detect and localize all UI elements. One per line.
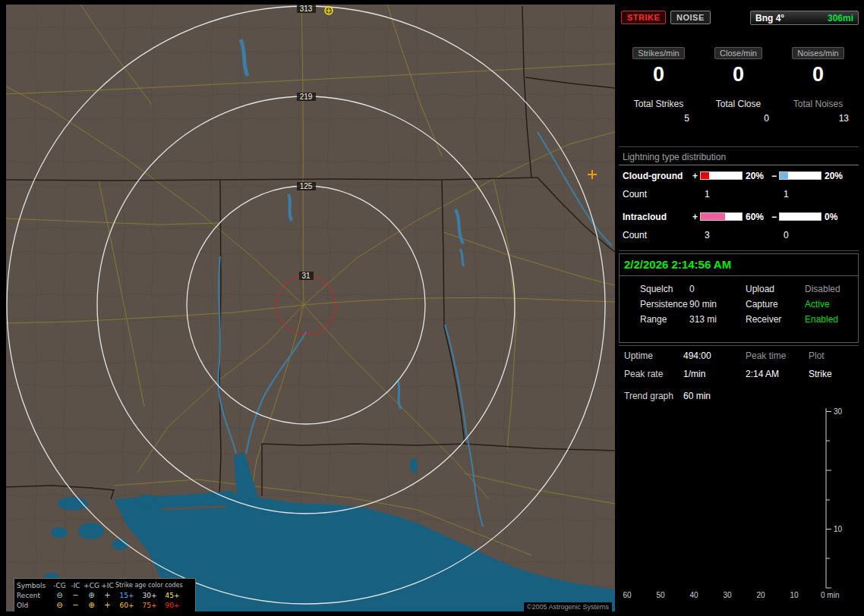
total-close-label: Total Close bbox=[698, 99, 778, 109]
uptime-label: Uptime bbox=[624, 350, 653, 362]
ring-label-31: 31 bbox=[301, 272, 311, 280]
intracloud-positive-count: 3 bbox=[700, 230, 743, 240]
uptime-value: 494:00 bbox=[683, 350, 711, 362]
intracloud-negative-count: 0 bbox=[779, 230, 821, 240]
peak-rate-label: Peak rate bbox=[624, 368, 663, 380]
pos-cg-symbol-icon: ⊕ bbox=[84, 592, 99, 599]
plot-value: Strike bbox=[809, 368, 832, 380]
age-code: 45+ bbox=[161, 592, 184, 599]
range-label: Range bbox=[640, 313, 667, 325]
cloud-ground-negative-bar bbox=[779, 171, 821, 180]
persistence-value: 90 min bbox=[689, 298, 717, 310]
ring-label-219: 219 bbox=[300, 93, 313, 101]
legend-col-neg-ic: -IC bbox=[68, 582, 84, 589]
legend-row-recent-label: Recent bbox=[17, 592, 52, 599]
count-label: Count bbox=[623, 230, 647, 240]
bearing-value: Bng 4° bbox=[755, 13, 784, 24]
bearing-distance: 306mi bbox=[828, 13, 853, 24]
receiver-value: Enabled bbox=[805, 313, 838, 325]
capture-label: Capture bbox=[746, 298, 778, 310]
age-code: 60+ bbox=[115, 602, 138, 609]
legend-row-old-label: Old bbox=[17, 602, 52, 609]
legend-col-neg-cg: -CG bbox=[52, 582, 68, 589]
age-code: 30+ bbox=[138, 592, 161, 599]
x-tick-label-0min: 0 min bbox=[821, 591, 839, 599]
status-row: Squelch 0 Upload Disabled bbox=[620, 283, 858, 295]
neg-ic-symbol-icon: − bbox=[68, 592, 84, 599]
peak-rate-value: 1/min bbox=[683, 368, 705, 380]
close-per-min-value: 0 bbox=[698, 63, 778, 86]
system-datetime: 2/2/2026 2:14:56 AM bbox=[620, 254, 858, 276]
trend-header-row: Uptime 494:00 Peak time Plot bbox=[619, 350, 859, 362]
status-panel: 2/2/2026 2:14:56 AM Squelch 0 Upload Dis… bbox=[619, 253, 859, 343]
noises-per-min-value: 0 bbox=[778, 63, 858, 86]
distribution-title: Lightning type distribution bbox=[623, 152, 726, 162]
x-tick-label-30: 30 bbox=[723, 591, 732, 599]
cloud-ground-negative-pct: 20% bbox=[825, 171, 843, 181]
map-legend: Symbols -CG -IC +CG +IC Strike age color… bbox=[14, 578, 196, 611]
y-tick-label-30: 30 bbox=[834, 407, 843, 416]
trend-graph-row: Trend graph 60 min bbox=[619, 390, 859, 402]
persistence-label: Persistence bbox=[640, 298, 688, 310]
legend-symbols-header: Symbols bbox=[17, 582, 52, 589]
bar-fill bbox=[701, 213, 725, 220]
title-underline bbox=[619, 165, 859, 165]
strikes-per-min-value: 0 bbox=[619, 63, 698, 86]
minus-sign: − bbox=[771, 171, 777, 181]
neg-cg-symbol-icon: ⊖ bbox=[52, 602, 68, 609]
capture-value: Active bbox=[805, 298, 830, 310]
section-divider bbox=[619, 250, 859, 251]
app-window: 313 219 125 31 Symbols -CG -IC +CG +IC S… bbox=[0, 0, 864, 616]
pos-ic-symbol-icon: + bbox=[99, 602, 115, 609]
strike-indicator-button[interactable]: STRIKE bbox=[621, 11, 666, 24]
bar-fill bbox=[780, 172, 788, 179]
copyright-notice: ©2005 Astrogenic Systems bbox=[524, 602, 612, 611]
section-divider bbox=[619, 146, 859, 147]
legend-col-pos-cg: +CG bbox=[84, 582, 99, 589]
ring-label-313: 313 bbox=[300, 5, 313, 13]
legend-age-header: Strike age color codes bbox=[115, 582, 184, 589]
bearing-readout: Bng 4° 306mi bbox=[750, 11, 859, 25]
neg-ic-symbol-icon: − bbox=[68, 602, 84, 609]
intracloud-row: Intracloud + 60% − 0% bbox=[619, 212, 859, 222]
cloud-ground-row: Cloud-ground + 20% − 20% bbox=[619, 171, 859, 181]
trend-value-row: Peak rate 1/min 2:14 AM Strike bbox=[619, 368, 859, 380]
trend-axis-ticks bbox=[826, 412, 831, 589]
close-per-min-column: Close/min 0 bbox=[698, 47, 778, 86]
y-tick-label-10: 10 bbox=[834, 525, 843, 533]
legend-col-pos-ic: +IC bbox=[99, 582, 115, 589]
receiver-label: Receiver bbox=[746, 313, 781, 325]
intracloud-positive-bar bbox=[700, 212, 743, 221]
total-strikes-label: Total Strikes bbox=[619, 99, 698, 109]
pos-cg-symbol-icon: ⊕ bbox=[84, 602, 99, 609]
ring-label-125: 125 bbox=[300, 182, 313, 190]
total-noises: Total Noises 13 bbox=[778, 99, 858, 124]
section-divider bbox=[619, 345, 859, 346]
age-code: 75+ bbox=[138, 602, 161, 609]
range-value: 313 mi bbox=[689, 313, 717, 325]
minus-sign: − bbox=[771, 212, 777, 222]
strikes-per-min-column: Strikes/min 0 bbox=[619, 47, 698, 86]
trend-graph: 30 10 60 50 40 30 20 10 0 min bbox=[619, 402, 859, 616]
peak-time-label: Peak time bbox=[746, 350, 786, 362]
intracloud-negative-bar bbox=[779, 212, 821, 221]
noises-per-min-label: Noises/min bbox=[792, 47, 844, 59]
status-row: Persistence 90 min Capture Active bbox=[620, 298, 858, 310]
plus-sign: + bbox=[692, 212, 698, 222]
intracloud-count-row: Count 3 0 bbox=[619, 230, 859, 240]
map-panel[interactable]: 313 219 125 31 Symbols -CG -IC +CG +IC S… bbox=[6, 5, 615, 611]
plot-label: Plot bbox=[809, 350, 825, 362]
age-code: 90+ bbox=[161, 602, 184, 609]
intracloud-negative-pct: 0% bbox=[825, 212, 837, 222]
pos-ic-symbol-icon: + bbox=[99, 592, 115, 599]
cloud-ground-positive-pct: 20% bbox=[746, 171, 764, 181]
total-noises-value: 13 bbox=[778, 113, 858, 124]
noise-indicator-button[interactable]: NOISE bbox=[670, 11, 711, 24]
peak-time-value: 2:14 AM bbox=[746, 368, 779, 380]
plus-sign: + bbox=[692, 171, 698, 181]
cloud-ground-negative-count: 1 bbox=[779, 189, 821, 200]
total-close: Total Close 0 bbox=[698, 99, 778, 124]
total-strikes-value: 5 bbox=[619, 113, 698, 124]
cloud-ground-count-row: Count 1 1 bbox=[619, 189, 859, 200]
map-canvas: 313 219 125 31 bbox=[6, 5, 615, 611]
